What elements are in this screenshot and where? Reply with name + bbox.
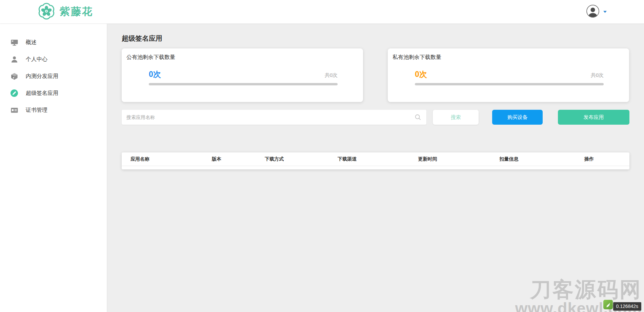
column-header-download-channel: 下载渠道 [308,156,386,162]
pencil-circle-icon [10,89,18,97]
sidebar-item-label: 证书管理 [26,107,47,114]
stat-cards: 公有池剩余下载数量 0次 共0次 私有池剩余下载数量 0次 共0次 [122,48,629,102]
app-header: 紫藤花 [0,0,644,24]
column-header-app-name: 应用名称 [122,156,193,162]
column-header-deduction-info: 扣量信息 [469,156,549,162]
cube-icon [10,72,18,80]
chevron-down-icon[interactable] [603,11,607,13]
sidebar-item-super-signature[interactable]: 超级签名应用 [0,85,107,102]
brand-logo: 紫藤花 [38,3,93,21]
sidebar-item-overview[interactable]: 概述 [0,34,107,51]
search-input[interactable] [122,110,426,125]
sidebar-item-personal-center[interactable]: 个人中心 [0,51,107,68]
sidebar-item-certificate-management[interactable]: 证书管理 [0,102,107,119]
main-content: 超级签名应用 公有池剩余下载数量 0次 共0次 私有池剩余下载数量 0次 共0次 [107,24,644,312]
publish-app-button[interactable]: 发布应用 [558,110,629,125]
remaining-count: 0次 [149,69,161,80]
column-header-version: 版本 [193,156,240,162]
person-icon [10,55,18,63]
page-title: 超级签名应用 [122,34,629,43]
monitor-icon [10,38,18,46]
search-toolbar: 搜索 购买设备 发布应用 [122,110,629,125]
load-time-value: 0.126842s [613,302,641,311]
remaining-count: 0次 [415,69,427,80]
column-header-download-method: 下载方式 [240,156,308,162]
id-card-icon [10,106,18,114]
sidebar-item-beta-distribution[interactable]: 内测分发应用 [0,68,107,85]
progress-bar [415,83,604,85]
sidebar-item-label: 概述 [26,39,37,46]
card-title: 公有池剩余下载数量 [122,54,363,61]
search-input-wrap [122,110,426,125]
sidebar-item-label: 个人中心 [26,56,47,63]
public-pool-card: 公有池剩余下载数量 0次 共0次 [122,48,363,102]
search-button[interactable]: 搜索 [433,110,479,125]
table-header-row: 应用名称 版本 下载方式 下载渠道 更新时间 扣量信息 操作 [122,152,629,166]
performance-badge: 0.126842s [603,300,641,311]
buy-device-button[interactable]: 购买设备 [492,110,543,125]
total-count: 共0次 [325,72,338,79]
card-title: 私有池剩余下载数量 [388,54,629,61]
sidebar-item-label: 内测分发应用 [26,73,58,80]
flower-icon [38,3,55,21]
search-icon[interactable] [414,113,422,122]
avatar[interactable] [586,5,599,19]
column-header-update-time: 更新时间 [386,156,469,162]
sidebar: 概述 个人中心 内测分发应用 超级签名应用 [0,24,107,312]
brand-name: 紫藤花 [60,5,93,19]
leaf-icon [603,300,613,311]
user-menu[interactable] [586,5,607,19]
progress-bar [149,83,338,85]
sidebar-item-label: 超级签名应用 [26,90,58,97]
total-count: 共0次 [591,72,604,79]
column-header-actions: 操作 [549,156,629,162]
private-pool-card: 私有池剩余下载数量 0次 共0次 [388,48,629,102]
app-table: 应用名称 版本 下载方式 下载渠道 更新时间 扣量信息 操作 [122,152,629,169]
